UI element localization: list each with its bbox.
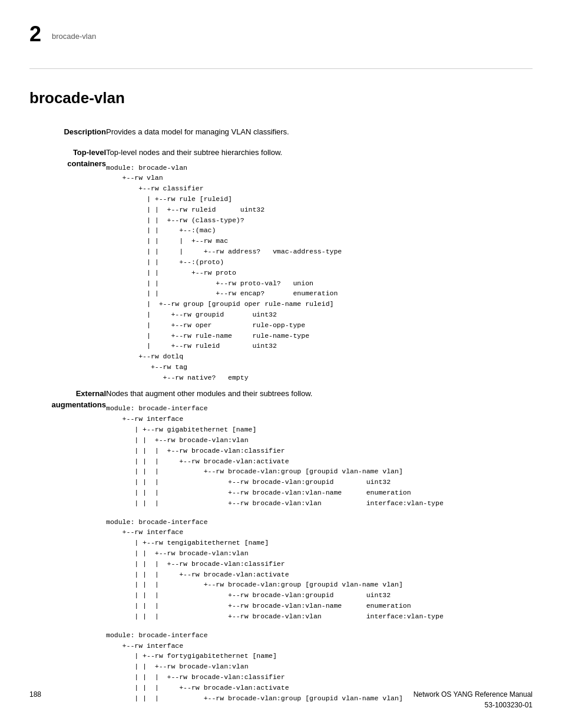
description-row: Description Provides a data model for ma… bbox=[29, 124, 533, 144]
page-number: 188 bbox=[29, 689, 41, 710]
external-label: External augmentations bbox=[29, 386, 106, 706]
chapter-subtitle: brocade-vlan bbox=[52, 31, 96, 42]
chapter-number: 2 bbox=[29, 24, 41, 45]
section-title: brocade-vlan bbox=[29, 87, 533, 110]
external-code-2: module: brocade-interface +--rw interfac… bbox=[106, 517, 533, 622]
top-level-label: Top-level containers bbox=[29, 144, 106, 386]
content-table: Description Provides a data model for ma… bbox=[29, 124, 533, 706]
manual-code: 53-1003230-01 bbox=[485, 701, 533, 709]
external-intro: Nodes that augment other modules and the… bbox=[106, 388, 533, 400]
description-label: Description bbox=[29, 124, 106, 144]
description-value: Provides a data model for managing VLAN … bbox=[106, 124, 533, 144]
top-level-value: Top-level nodes and their subtree hierar… bbox=[106, 144, 533, 386]
manual-title: Network OS YANG Reference Manual bbox=[414, 690, 533, 699]
external-row: External augmentations Nodes that augmen… bbox=[29, 386, 533, 706]
description-text: Provides a data model for managing VLAN … bbox=[106, 126, 533, 139]
top-level-code: module: brocade-vlan +--rw vlan +--rw cl… bbox=[106, 163, 533, 383]
top-level-row: Top-level containers Top-level nodes and… bbox=[29, 144, 533, 386]
page-footer: 188 Network OS YANG Reference Manual 53-… bbox=[29, 689, 533, 710]
external-code-1: module: brocade-interface +--rw interfac… bbox=[106, 403, 533, 508]
page-header: 2 brocade-vlan bbox=[29, 24, 533, 45]
top-level-intro: Top-level nodes and their subtree hierar… bbox=[106, 147, 533, 159]
header-divider bbox=[29, 68, 533, 69]
external-value: Nodes that augment other modules and the… bbox=[106, 386, 533, 706]
footer-right: Network OS YANG Reference Manual 53-1003… bbox=[414, 689, 533, 710]
